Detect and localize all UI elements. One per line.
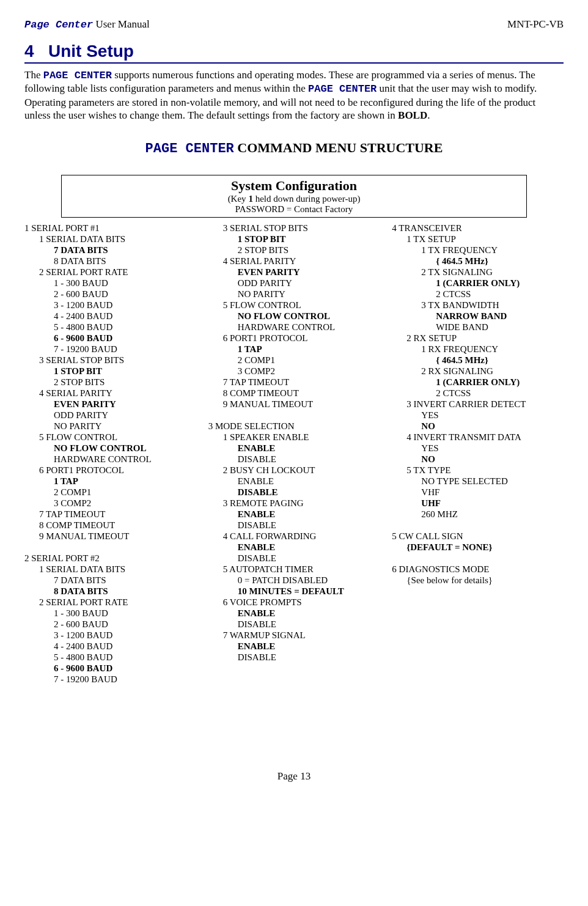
menu-item: 4 CALL FORWARDING [208, 531, 380, 542]
intro-text: . [427, 109, 430, 121]
menu-item: 2 CTCSS [392, 388, 564, 399]
menu-item: 2 CTCSS [392, 289, 564, 300]
menu-item: 7 TAP TIMEOUT [208, 377, 380, 388]
menu-item: 1 (CARRIER ONLY) [392, 278, 564, 289]
menu-item: 1 SPEAKER ENABLE [208, 432, 380, 443]
menu-item: 2 SERIAL PORT RATE [24, 597, 196, 608]
menu-item: 2 RX SIGNALING [392, 366, 564, 377]
menu-item: 3 - 1200 BAUD [24, 300, 196, 311]
menu-item: 6 - 9600 BAUD [24, 663, 196, 674]
menu-item: NO [392, 454, 564, 465]
menu-item: 6 PORT1 PROTOCOL [208, 333, 380, 344]
sysconf-title: System Configuration [62, 178, 526, 194]
menu-item: 5 - 4800 BAUD [24, 322, 196, 333]
sysconf-sub2: PASSWORD = Contact Factory [62, 204, 526, 215]
menu-item: HARDWARE CONTROL [208, 322, 380, 333]
menu-item: 8 COMP TIMEOUT [24, 520, 196, 531]
menu-item [24, 542, 196, 553]
menu-item: YES [392, 410, 564, 421]
menu-item: 8 COMP TIMEOUT [208, 388, 380, 399]
menu-item: 5 - 4800 BAUD [24, 652, 196, 663]
doc-type: User Manual [93, 18, 150, 30]
product-name-inline: PAGE CENTER [43, 70, 112, 81]
menu-item: 3 INVERT CARRIER DETECT [392, 399, 564, 410]
menu-item: 5 AUTOPATCH TIMER [208, 564, 380, 575]
header-right: MNT-PC-VB [507, 18, 564, 31]
menu-item: ENABLE [208, 608, 380, 619]
menu-item: 6 PORT1 PROTOCOL [24, 465, 196, 476]
menu-item: 1 STOP BIT [24, 366, 196, 377]
menu-title-rest: COMMAND MENU STRUCTURE [234, 140, 443, 155]
menu-item: NO TYPE SELECTED [392, 476, 564, 487]
menu-item: 1 TAP [24, 476, 196, 487]
menu-item: 3 SERIAL STOP BITS [24, 355, 196, 366]
sysconf-sub1: (Key 1 held down during power-up) [62, 194, 526, 204]
menu-item: 2 SERIAL PORT #2 [24, 553, 196, 564]
menu-item: 2 COMP1 [24, 487, 196, 498]
menu-item: ODD PARITY [24, 410, 196, 421]
menu-item: ODD PARITY [208, 278, 380, 289]
menu-item: 2 BUSY CH LOCKOUT [208, 465, 380, 476]
menu-item: DISABLE [208, 454, 380, 465]
menu-item: DISABLE [208, 652, 380, 663]
menu-item: DISABLE [208, 520, 380, 531]
menu-item: 9 MANUAL TIMEOUT [24, 531, 196, 542]
menu-item: EVEN PARITY [208, 267, 380, 278]
menu-item: { 464.5 MHz} [392, 256, 564, 267]
intro-paragraph: The PAGE CENTER supports numerous functi… [24, 68, 564, 122]
menu-item: 1 SERIAL PORT #1 [24, 223, 196, 234]
menu-item: ENABLE [208, 476, 380, 487]
menu-item: UHF [392, 498, 564, 509]
menu-item: NO PARITY [208, 289, 380, 300]
menu-item: NO [392, 421, 564, 432]
menu-item: 3 SERIAL STOP BITS [208, 223, 380, 234]
menu-column-1: 1 SERIAL PORT #11 SERIAL DATA BITS7 DATA… [24, 223, 196, 685]
menu-item: 2 COMP1 [208, 355, 380, 366]
menu-item: 1 TAP [208, 344, 380, 355]
menu-item: {DEFAULT = NONE} [392, 542, 564, 553]
menu-item: 2 - 600 BAUD [24, 289, 196, 300]
menu-item: NO FLOW CONTROL [24, 443, 196, 454]
menu-item: 2 - 600 BAUD [24, 619, 196, 630]
menu-item: HARDWARE CONTROL [24, 454, 196, 465]
menu-item: ENABLE [208, 641, 380, 652]
menu-item: WIDE BAND [392, 322, 564, 333]
menu-item: 2 RX SETUP [392, 333, 564, 344]
menu-item: 8 DATA BITS [24, 586, 196, 597]
menu-item: 0 = PATCH DISABLED [208, 575, 380, 586]
menu-item: ENABLE [208, 509, 380, 520]
menu-item: 2 STOP BITS [208, 245, 380, 256]
menu-item: 1 TX SETUP [392, 234, 564, 245]
menu-item: 6 VOICE PROMPTS [208, 597, 380, 608]
menu-item: 2 SERIAL PORT RATE [24, 267, 196, 278]
menu-item: YES [392, 443, 564, 454]
menu-item [392, 553, 564, 564]
sysconf-key: 1 [248, 194, 253, 204]
menu-item: 4 SERIAL PARITY [24, 388, 196, 399]
bold-word: BOLD [398, 109, 427, 121]
section-heading: 4 Unit Setup [24, 42, 564, 64]
menu-item: DISABLE [208, 619, 380, 630]
product-name-inline: PAGE CENTER [308, 83, 377, 95]
section-number: 4 [24, 42, 34, 61]
header-left: Page Center User Manual [24, 18, 150, 31]
menu-item: 3 REMOTE PAGING [208, 498, 380, 509]
menu-item: 7 WARMUP SIGNAL [208, 630, 380, 641]
menu-item: ENABLE [208, 443, 380, 454]
menu-item: NARROW BAND [392, 311, 564, 322]
menu-item: 1 SERIAL DATA BITS [24, 564, 196, 575]
menu-structure-title: PAGE CENTER COMMAND MENU STRUCTURE [24, 140, 564, 157]
menu-item: 7 - 19200 BAUD [24, 344, 196, 355]
menu-item: VHF [392, 487, 564, 498]
menu-item: 4 TRANSCEIVER [392, 223, 564, 234]
menu-item: 7 TAP TIMEOUT [24, 509, 196, 520]
menu-item: 1 - 300 BAUD [24, 608, 196, 619]
menu-item: 7 DATA BITS [24, 575, 196, 586]
menu-item: 9 MANUAL TIMEOUT [208, 399, 380, 410]
page-footer: Page 13 [24, 770, 564, 783]
menu-item: {See below for details} [392, 575, 564, 586]
menu-item: 3 MODE SELECTION [208, 421, 380, 432]
menu-item: 2 TX SIGNALING [392, 267, 564, 278]
menu-item: { 464.5 MHz} [392, 355, 564, 366]
menu-column-2: 3 SERIAL STOP BITS1 STOP BIT2 STOP BITS4… [208, 223, 380, 685]
